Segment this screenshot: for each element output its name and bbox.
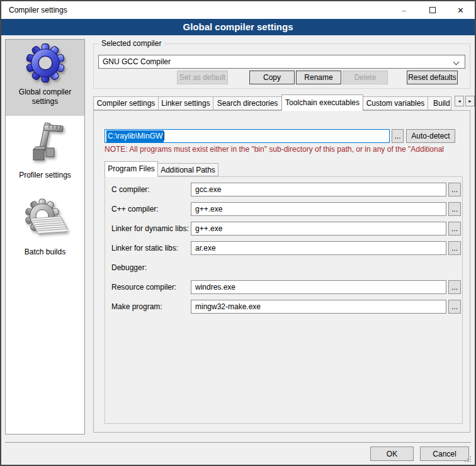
rename-button[interactable]: Rename bbox=[296, 71, 341, 84]
group-label: Selected compiler bbox=[99, 39, 164, 48]
gray-gear-stack-icon bbox=[23, 197, 67, 244]
linker-dynamic-input[interactable]: g++.exe bbox=[191, 222, 446, 236]
footer-divider bbox=[5, 442, 471, 443]
c-compiler-browse-button[interactable]: ... bbox=[448, 183, 461, 196]
tab-custom-variables[interactable]: Custom variables bbox=[363, 96, 428, 110]
sidebar-item-profiler-settings[interactable]: Profiler settings bbox=[6, 119, 84, 190]
maximize-button[interactable] bbox=[418, 1, 446, 19]
resize-grip[interactable] bbox=[465, 456, 466, 457]
titlebar: Compiler settings – ✕ bbox=[1, 1, 475, 19]
settings-category-list: Global compiler settings bbox=[5, 39, 85, 435]
browse-directory-button[interactable]: ... bbox=[392, 129, 404, 143]
compiler-select[interactable]: GNU GCC Compiler bbox=[98, 55, 465, 69]
linker-static-browse-button[interactable]: ... bbox=[448, 241, 461, 255]
linker-static-input[interactable]: ar.exe bbox=[191, 241, 446, 255]
minimize-button[interactable]: – bbox=[390, 1, 418, 19]
dialog-header: Global compiler settings bbox=[1, 19, 475, 35]
tab-toolchain-executables[interactable]: Toolchain executables bbox=[281, 94, 363, 111]
sidebar-item-label: Batch builds bbox=[22, 247, 68, 257]
tab-scroll-right-button[interactable]: ► bbox=[465, 96, 475, 106]
ok-button[interactable]: OK bbox=[370, 446, 414, 461]
sidebar-item-label: Profiler settings bbox=[16, 171, 74, 180]
cpp-compiler-input[interactable]: g++.exe bbox=[191, 202, 446, 216]
c-compiler-input[interactable]: gcc.exe bbox=[191, 183, 446, 196]
tab-linker-settings[interactable]: Linker settings bbox=[158, 96, 213, 110]
make-program-browse-button[interactable]: ... bbox=[448, 300, 461, 314]
caliper-icon bbox=[25, 120, 65, 167]
chevron-down-icon bbox=[453, 59, 460, 65]
close-button[interactable]: ✕ bbox=[446, 1, 475, 19]
maximize-icon bbox=[429, 7, 436, 13]
text-caret bbox=[164, 132, 164, 140]
make-program-label: Make program: bbox=[111, 300, 191, 314]
set-as-default-button: Set as default bbox=[177, 71, 228, 84]
debugger-label: Debugger: bbox=[111, 261, 191, 275]
cpp-compiler-browse-button[interactable]: ... bbox=[448, 202, 461, 216]
cancel-button[interactable]: Cancel bbox=[420, 446, 469, 461]
c-compiler-label: C compiler: bbox=[111, 183, 191, 196]
resource-compiler-label: Resource compiler: bbox=[111, 280, 191, 294]
reset-defaults-button[interactable]: Reset defaults bbox=[407, 71, 458, 84]
linker-dynamic-browse-button[interactable]: ... bbox=[448, 222, 461, 236]
sidebar-item-label: Global compiler settings bbox=[6, 88, 84, 106]
window-controls: – ✕ bbox=[390, 1, 475, 19]
settings-tabs: Compiler settings Linker settings Search… bbox=[93, 94, 451, 110]
minimize-icon: – bbox=[402, 6, 406, 15]
subtab-program-files[interactable]: Program Files bbox=[105, 161, 158, 177]
close-icon: ✕ bbox=[457, 6, 464, 15]
copy-button[interactable]: Copy bbox=[249, 71, 295, 84]
bin-subdirectory-note: NOTE: All programs must exist either in … bbox=[105, 145, 467, 154]
auto-detect-button[interactable]: Auto-detect bbox=[406, 129, 455, 143]
window-title: Compiler settings bbox=[9, 1, 67, 19]
compiler-select-value: GNU GCC Compiler bbox=[103, 57, 171, 66]
resource-compiler-browse-button[interactable]: ... bbox=[448, 280, 461, 294]
executables-subtabs: Program Files Additional Paths bbox=[105, 161, 218, 177]
linker-dynamic-label: Linker for dynamic libs: bbox=[111, 222, 191, 236]
subtab-additional-paths[interactable]: Additional Paths bbox=[157, 163, 218, 176]
delete-button: Delete bbox=[343, 71, 388, 84]
tab-build-options[interactable]: Build bbox=[428, 96, 451, 110]
compiler-settings-dialog: Compiler settings – ✕ Global compiler se… bbox=[0, 0, 476, 466]
make-program-input[interactable]: mingw32-make.exe bbox=[191, 300, 446, 314]
sidebar-item-global-compiler-settings[interactable]: Global compiler settings bbox=[6, 40, 84, 116]
cpp-compiler-label: C++ compiler: bbox=[111, 202, 191, 216]
sidebar-item-batch-builds[interactable]: Batch builds bbox=[6, 193, 84, 275]
installation-directory-input[interactable]: C:\raylib\MinGW bbox=[105, 129, 390, 143]
tab-scroll-left-button[interactable]: ◄ bbox=[455, 96, 464, 106]
resource-compiler-input[interactable]: windres.exe bbox=[191, 280, 446, 294]
selected-path-text: C:\raylib\MinGW bbox=[106, 130, 164, 142]
tab-search-directories[interactable]: Search directories bbox=[213, 96, 282, 110]
linker-static-label: Linker for static libs: bbox=[111, 241, 191, 255]
tab-compiler-settings[interactable]: Compiler settings bbox=[93, 96, 159, 110]
blue-gear-icon bbox=[25, 42, 66, 84]
